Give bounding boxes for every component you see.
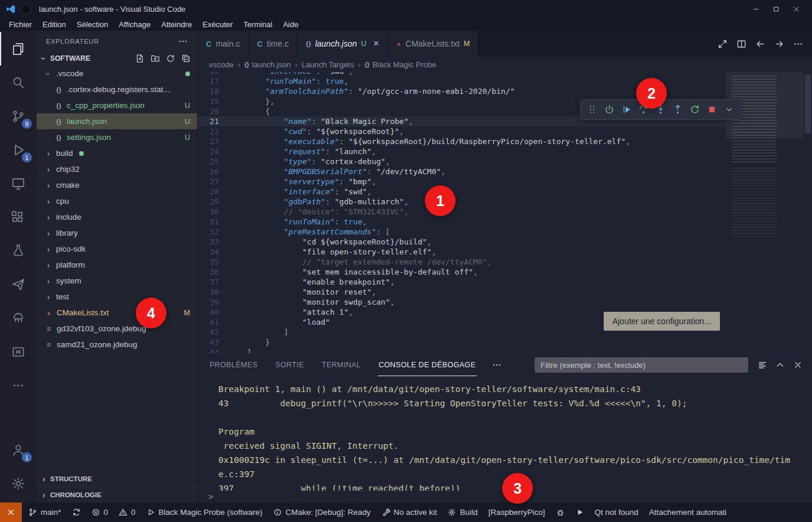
tab-launch-json[interactable]: {}launch.jsonU×: [297, 31, 388, 57]
code-line[interactable]: 39 "monitor swdp_scan",: [198, 297, 726, 307]
tree-item-library[interactable]: ›library: [37, 225, 197, 241]
explorer-more-icon[interactable]: [178, 37, 188, 46]
activity-item-extensions[interactable]: [0, 200, 37, 234]
open-changes-button[interactable]: [718, 39, 728, 49]
maximize-button[interactable]: [766, 0, 786, 18]
menu-atteindre[interactable]: Atteindre: [156, 18, 197, 31]
tab-time-c[interactable]: Ctime.c: [249, 31, 298, 57]
activity-item-remote-explorer[interactable]: [0, 167, 37, 200]
status-sync[interactable]: [67, 503, 86, 522]
activity-item-run-debug[interactable]: 1: [0, 133, 37, 167]
activity-item-search[interactable]: [0, 66, 37, 99]
code-line[interactable]: 43 }: [198, 337, 726, 347]
code-line[interactable]: 44 ]: [198, 347, 726, 353]
menu-fichier[interactable]: Fichier: [4, 18, 37, 31]
continue-button[interactable]: [618, 102, 634, 118]
tree-item-cmakelists-txt[interactable]: ▲CMakeLists.txtM: [37, 305, 197, 321]
code-line[interactable]: 36 "set mem inaccessible-by-default off"…: [198, 267, 726, 277]
code-line[interactable]: 23 "executable": "${workspaceRoot}/build…: [198, 136, 726, 146]
new-folder-button[interactable]: [149, 52, 162, 65]
maximize-panel-button[interactable]: [775, 360, 785, 370]
restart-button[interactable]: [687, 102, 703, 118]
panel-tab-terminal[interactable]: TERMINAL: [320, 354, 362, 376]
close-panel-button[interactable]: [793, 360, 803, 370]
status-cmake-target[interactable]: [RaspberryPico]: [483, 503, 551, 522]
power-button[interactable]: [601, 102, 617, 118]
activity-item-testing[interactable]: [0, 234, 37, 267]
panel-more-icon[interactable]: [492, 360, 502, 370]
code-line[interactable]: 22 "cwd": "${workspaceRoot}",: [198, 126, 726, 136]
close-button[interactable]: [786, 0, 806, 18]
tree-item-platform[interactable]: ›platform: [37, 257, 197, 273]
status-remote[interactable]: [0, 503, 22, 522]
status-auto-attach[interactable]: Attachement automati: [644, 503, 732, 522]
panel-tab-console-de-d-bogage[interactable]: CONSOLE DE DÉBOGAGE: [378, 354, 477, 376]
minimize-button[interactable]: [746, 0, 766, 18]
tree-item-c-cpp-properties-json[interactable]: {}c_cpp_properties.jsonU: [37, 97, 197, 113]
step-out-button[interactable]: [670, 102, 686, 118]
code-line[interactable]: 29 "gdbPath": "gdb-multiarch",: [198, 197, 726, 207]
status-warnings[interactable]: 0: [113, 503, 141, 522]
code-line[interactable]: 16 "interface": "swd",: [198, 72, 726, 76]
editor[interactable]: 16 "interface": "swd",17 "runToMain": tr…: [198, 72, 812, 353]
breadcrumb-item-launch-targets[interactable]: Launch Targets: [302, 60, 354, 69]
menu-edition[interactable]: Edition: [37, 18, 71, 31]
clear-console-button[interactable]: [758, 360, 767, 370]
activity-item-explorer[interactable]: [0, 32, 37, 66]
collapse-all-button[interactable]: [179, 52, 192, 65]
menu-s-lection[interactable]: Sélection: [71, 18, 113, 31]
code-line[interactable]: 33 "cd ${workspaceRoot}/build",: [198, 237, 726, 247]
code-line[interactable]: 26 "BMPGDBSerialPort": "/dev/ttyACM0",: [198, 167, 726, 177]
status-cmake-build[interactable]: Build: [442, 503, 483, 522]
activity-item-source-control[interactable]: 9: [0, 99, 37, 133]
debug-filter-input[interactable]: Filtre (exemple : text, !exclude): [535, 357, 748, 373]
status-qt[interactable]: Qt not found: [590, 503, 644, 522]
navigate-forward-button[interactable]: [774, 39, 784, 49]
tree-item-cortex-debug-registers-stat[interactable]: {}.cortex-debug.registers.stat...: [37, 81, 197, 97]
dropdown-button[interactable]: [721, 102, 737, 118]
tree-item-include[interactable]: ›include: [37, 209, 197, 225]
drag-button[interactable]: [584, 102, 600, 118]
code-line[interactable]: 24 "request": "launch",: [198, 146, 726, 156]
code-line[interactable]: 32 "preRestartCommands": [: [198, 227, 726, 237]
activity-item-jellyfish[interactable]: [0, 301, 37, 335]
panel-tab-sortie[interactable]: SORTIE: [274, 354, 305, 376]
menu-ex-cuter[interactable]: Exécuter: [197, 18, 238, 31]
refresh-button[interactable]: [164, 52, 177, 65]
code-line[interactable]: 27 "servertype": "bmp",: [198, 177, 726, 187]
stop-button[interactable]: [704, 102, 720, 118]
code-line[interactable]: 28 "interface": "swd",: [198, 187, 726, 197]
new-file-button[interactable]: [133, 52, 146, 65]
panel-tab-probl-mes[interactable]: PROBLÈMES: [208, 354, 258, 376]
tree-item-gd32vf103-ozone-jdebug[interactable]: ≡gd32vf103_ozone.jdebug: [37, 321, 197, 337]
activity-item-settings[interactable]: [0, 466, 37, 500]
add-configuration-button[interactable]: Ajouter une configuration...: [604, 312, 720, 331]
menu-affichage[interactable]: Affichage: [113, 18, 156, 31]
tree-item-pico-sdk[interactable]: ›pico-sdk: [37, 241, 197, 257]
activity-item-accounts[interactable]: 1: [0, 433, 37, 466]
tab-main-c[interactable]: Cmain.c: [198, 31, 249, 57]
code-line[interactable]: 35 // "target extended-remote /dev/ttyAC…: [198, 257, 726, 267]
code-line[interactable]: 31 "runToMain": true,: [198, 217, 726, 227]
tree-item-launch-json[interactable]: {}launch.jsonU: [37, 113, 197, 129]
scrollbar-thumb[interactable]: [805, 74, 811, 133]
breadcrumb-item-vscode[interactable]: .vscode: [207, 60, 234, 69]
split-editor-button[interactable]: [736, 39, 746, 49]
code-line[interactable]: 30 // "device": "STM32L431VC",: [198, 207, 726, 217]
code-line[interactable]: 25 "type": "cortex-debug",: [198, 156, 726, 167]
section-chronologie[interactable]: › CHRONOLOGIE: [37, 487, 197, 503]
status-run[interactable]: [570, 503, 590, 522]
status-debug-target[interactable]: Black Magic Probe (software): [141, 503, 268, 522]
status-cmake-kit[interactable]: No active kit: [376, 503, 443, 522]
tree-item-settings-json[interactable]: {}settings.jsonU: [37, 129, 197, 145]
status-cmake-status[interactable]: CMake: [Debug]: Ready: [268, 503, 376, 522]
menu-terminal[interactable]: Terminal: [238, 18, 278, 31]
tree-item-chip32[interactable]: ›chip32: [37, 161, 197, 177]
breadcrumb-item-black-magic-probe[interactable]: {}Black Magic Probe: [365, 60, 436, 69]
status-branch[interactable]: main*: [23, 503, 67, 522]
tree-item-build[interactable]: ›build: [37, 145, 197, 161]
activity-item-package[interactable]: [0, 335, 37, 368]
status-errors[interactable]: 0: [86, 503, 114, 522]
code-line[interactable]: 34 "file open-story-teller.elf",: [198, 247, 726, 257]
tree-item-test[interactable]: ›test: [37, 289, 197, 305]
